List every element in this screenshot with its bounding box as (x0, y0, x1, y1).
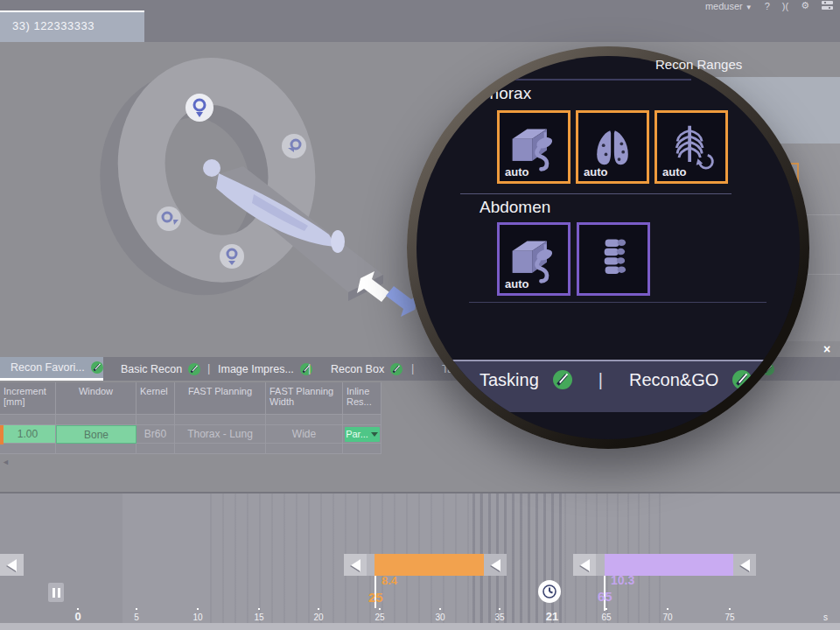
recon-parameter-table: Increment [mm] Window Kernel FAST Planni… (0, 382, 385, 454)
range-tile-thorax-lungs[interactable]: auto (576, 110, 649, 184)
close-icon[interactable]: × (823, 342, 830, 356)
tab-label: Recon Box (331, 363, 384, 375)
axis-tick-label: 35 (494, 612, 504, 622)
magnified-tab-band: Tasking | Recon&GO (416, 360, 800, 412)
user-menu[interactable]: meduser ▼ (705, 1, 752, 11)
collapse-icon[interactable]: )( (782, 1, 788, 11)
auto-badge: auto (662, 165, 686, 178)
orange-range-bar[interactable] (374, 554, 484, 576)
range-handle-left-edge[interactable] (0, 554, 24, 576)
auto-badge: auto (505, 277, 528, 290)
edit-pencil-icon[interactable] (188, 363, 200, 375)
tab-label: Image Impres... (218, 363, 294, 375)
edit-pencil-icon[interactable] (390, 363, 402, 375)
purple-range-start: 65 (598, 589, 612, 604)
window-cell[interactable]: Bone (56, 425, 136, 444)
axis-tick-label: 15 (254, 612, 263, 622)
axis-tick-label: 25 (374, 612, 384, 622)
chevron-down-icon: ▼ (746, 4, 752, 11)
range-tile-thorax-ribcage[interactable]: auto (654, 110, 728, 184)
tab-label: Basic Recon (121, 363, 182, 375)
column-header: FAST Planning (175, 382, 266, 415)
axis-tick-label: 30 (435, 612, 444, 622)
inline-res-cell: Par... (343, 425, 382, 444)
column-header: Inline Res... (343, 382, 382, 415)
purple-range-duration: 10.3 (611, 573, 634, 587)
ct-scanner-illustration (79, 46, 429, 326)
section-divider (460, 193, 732, 194)
table-header-row: Increment [mm] Window Kernel FAST Planni… (0, 382, 385, 415)
table-row (0, 444, 385, 454)
column-header: Kernel (136, 382, 175, 415)
magnifier-content: Thorax auto (416, 56, 800, 439)
magnified-tab-recon-and-go[interactable]: Recon&GO (629, 370, 718, 390)
tab-separator: | (308, 361, 311, 374)
magnifier-lens: Thorax auto (407, 46, 809, 449)
range-tile-abdomen-spine[interactable] (577, 222, 650, 296)
table-row (0, 415, 385, 425)
help-icon[interactable]: ? (765, 1, 770, 11)
magnified-tab-separator: | (598, 370, 603, 390)
axis-tick-label: 0 (74, 610, 80, 623)
tab-recon-favorites[interactable]: Recon Favori... (0, 357, 103, 381)
column-header: Window (56, 382, 136, 415)
fast-planning-width-cell: Wide (266, 425, 343, 444)
tab-separator: | (411, 361, 414, 374)
tab-recon-box[interactable]: Recon Box (331, 357, 402, 381)
section-title-thorax: Thorax (480, 84, 531, 103)
active-row-marker (0, 425, 4, 444)
range-tile-abdomen-auto[interactable]: auto (497, 222, 570, 296)
wait-countdown: 21 (546, 610, 558, 623)
edit-pencil-icon[interactable] (732, 370, 752, 389)
tab-separator: | (207, 361, 210, 374)
application-window: meduser ▼ ? )( ⚙ 33) 122333333 (0, 0, 840, 630)
column-header: FAST Planning Width (266, 382, 343, 415)
axis-tick-label: 70 (662, 612, 672, 622)
axis-tick-label: 65 (601, 612, 611, 622)
orange-range-start: 25 (368, 590, 383, 605)
edit-pencil-icon[interactable] (553, 370, 572, 389)
magnified-tab-tasking[interactable]: Tasking (480, 370, 539, 390)
chevron-down-icon (371, 432, 378, 437)
axis-unit-label: s (823, 612, 828, 622)
abdomen-tile-row: auto (497, 222, 650, 296)
tab-image-impression[interactable]: Image Impres... (218, 357, 312, 381)
edit-pencil-icon[interactable] (91, 361, 103, 374)
gear-icon[interactable]: ⚙ (801, 0, 809, 11)
pause-button[interactable] (48, 583, 64, 602)
axis-tick-label: 20 (313, 612, 323, 622)
increment-cell[interactable]: 1.00 (0, 425, 56, 444)
kernel-cell: Br60 (136, 425, 175, 444)
thorax-tile-row: auto auto (497, 110, 728, 184)
orange-range-handle-end[interactable] (484, 554, 507, 576)
auto-badge: auto (505, 165, 528, 178)
axis-tick-label: 75 (724, 612, 734, 622)
purple-range-handle-start[interactable] (573, 554, 596, 576)
fast-planning-cell: Thorax - Lung (175, 425, 266, 444)
orange-range-duration: 8.4 (382, 574, 397, 587)
tab-label: Recon Favori... (10, 361, 85, 374)
scroll-left-icon[interactable]: ◄ (2, 458, 10, 466)
column-header: Increment [mm] (0, 382, 56, 415)
orange-range-handle-start[interactable] (344, 554, 367, 576)
axis-tick-label: 5 (134, 612, 139, 622)
purple-range-handle-end[interactable] (733, 554, 756, 576)
spine-icon (587, 233, 640, 285)
recon-ranges-title: Recon Ranges (655, 57, 742, 72)
bottom-scrollbar[interactable] (0, 623, 840, 630)
layout-panels-icon[interactable] (822, 1, 833, 11)
section-divider (469, 302, 766, 303)
patient-document-tab[interactable]: 33) 122333333 (0, 10, 144, 42)
wait-time-clock-icon (538, 580, 561, 603)
tab-basic-recon[interactable]: Basic Recon (121, 357, 200, 381)
table-row: 1.00 Bone Br60 Thorax - Lung Wide Par... (0, 425, 385, 444)
section-title-abdomen: Abdomen (480, 198, 550, 217)
range-tile-thorax-auto[interactable]: auto (497, 110, 570, 184)
magnified-title-underline (464, 79, 691, 80)
inline-res-dropdown[interactable]: Par... (345, 427, 380, 442)
user-menu-area: meduser ▼ ? )( ⚙ (705, 0, 833, 11)
auto-badge: auto (584, 165, 607, 178)
dropdown-value: Par... (346, 429, 368, 439)
axis-tick-label: 10 (192, 612, 202, 622)
